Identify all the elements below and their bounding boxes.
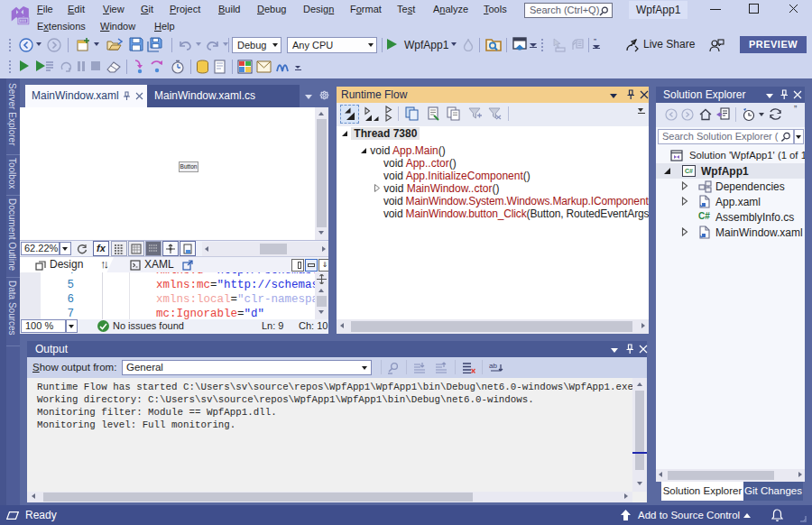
svg-text:ab: ab: [489, 362, 497, 370]
